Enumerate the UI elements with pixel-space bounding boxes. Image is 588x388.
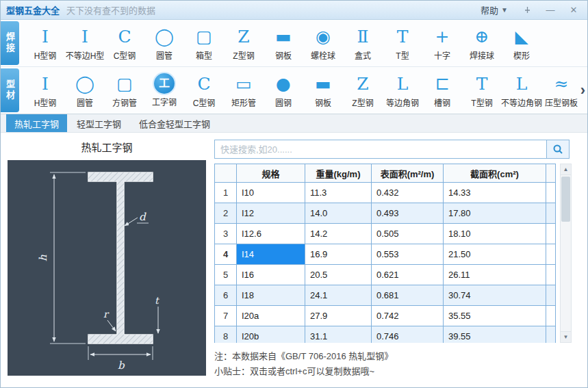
scroll-up-arrow[interactable]: ▲	[561, 164, 571, 175]
equal-angle-icon: L	[392, 73, 413, 94]
toolbar-item-label: 圆钢	[275, 96, 292, 108]
toolbar-item-t-steel[interactable]: TT型钢	[462, 67, 502, 114]
toolbar-item-bolt-ball[interactable]: ◉螺栓球	[303, 20, 343, 66]
table-row[interactable]: 8I20b31.10.74639.55	[215, 326, 556, 344]
cell-weight[interactable]: 11.3	[305, 183, 372, 203]
cell-section-area[interactable]: 39.55	[444, 326, 546, 344]
cell-weight[interactable]: 14.0	[305, 203, 372, 224]
toolbar-item-t-section[interactable]: TT型	[383, 20, 422, 66]
welding-ball-icon: ⊕	[471, 25, 493, 47]
toolbar-item-round-bar[interactable]: ●圆钢	[264, 67, 303, 114]
toolbar-item-i-beam[interactable]: 工工字钢	[144, 67, 184, 114]
tab-low-alloy-light-ibeam[interactable]: 低合金轻型工字钢	[131, 114, 218, 132]
toolbar-item-label: 不等边角钢	[501, 96, 542, 108]
toolbar-item-h-beam[interactable]: IH型钢	[25, 20, 65, 66]
toolbar-item-box-section[interactable]: ▢箱型	[184, 20, 224, 66]
toolbar-item-label: C型钢	[193, 96, 216, 108]
toolbar-item-label: H型钢	[34, 96, 57, 108]
cell-weight[interactable]: 16.9	[305, 244, 372, 265]
toolbar-item-unequal-h-beam[interactable]: I不等边H型	[65, 20, 105, 66]
cell-surface-area[interactable]: 0.493	[372, 203, 444, 224]
toolbar-item-round-pipe[interactable]: ◯圆管	[144, 20, 184, 66]
toolbar-item-box-type[interactable]: Ⅱ盒式	[343, 20, 383, 66]
table-row[interactable]: 7I20a27.90.74235.55	[215, 306, 556, 326]
group-tab-profile[interactable]: 型材	[1, 68, 19, 112]
cell-section-area[interactable]: 14.33	[444, 183, 546, 203]
cell-weight[interactable]: 20.5	[305, 265, 372, 285]
table-header-row: 规格 重量(kg/m) 表面积(m²/m) 截面积(cm²)	[215, 164, 556, 183]
toolbar-item-label: H型钢	[34, 49, 57, 61]
cell-rownum: 7	[215, 306, 237, 326]
tab-hot-rolled-ibeam[interactable]: 热轧工字钢	[6, 114, 67, 132]
search-button[interactable]	[547, 140, 570, 159]
group-tab-welding-label: 焊接	[3, 32, 16, 54]
scrollbar-thumb[interactable]	[561, 177, 570, 222]
toolbar-item-z-steel[interactable]: ZZ型钢	[343, 67, 383, 114]
cell-spec[interactable]: I16	[237, 265, 305, 285]
toolbar-item-steel-plate[interactable]: ▬钢板	[303, 67, 343, 114]
toolbar-item-c-steel[interactable]: CC型钢	[184, 67, 224, 114]
toolbar-item-square-pipe[interactable]: ▢方钢管	[105, 67, 144, 114]
toolbar-item-cross-section[interactable]: +十字	[422, 20, 462, 66]
cell-weight[interactable]: 27.9	[305, 306, 372, 326]
table-row[interactable]: 4I1416.90.55321.50	[215, 244, 556, 265]
table-row[interactable]: 6I1824.10.68130.74	[215, 285, 556, 306]
toolbar-item-h-beam[interactable]: IH型钢	[25, 67, 65, 114]
cell-section-area[interactable]: 18.10	[444, 224, 546, 244]
cell-surface-area[interactable]: 0.621	[372, 265, 444, 285]
toolbar-item-rect-pipe[interactable]: ▭矩形管	[224, 67, 264, 114]
tab-light-ibeam[interactable]: 轻型工字钢	[68, 114, 129, 132]
cell-surface-area[interactable]: 0.553	[372, 244, 444, 265]
cell-spec[interactable]: I14	[237, 244, 305, 265]
cell-spec[interactable]: I18	[237, 285, 305, 306]
cell-spec[interactable]: I20a	[237, 306, 305, 326]
cell-section-area[interactable]: 17.80	[444, 203, 546, 224]
cell-section-area[interactable]: 30.74	[444, 285, 546, 306]
toolbar-item-welding-ball[interactable]: ⊕焊接球	[462, 20, 502, 66]
cell-spec[interactable]: I20b	[237, 326, 305, 344]
scroll-down-arrow[interactable]: ▼	[561, 331, 571, 342]
pin-button[interactable]	[519, 3, 535, 17]
cell-section-area[interactable]: 21.50	[444, 244, 546, 265]
cell-surface-area[interactable]: 0.742	[372, 306, 444, 326]
toolbar-item-round-pipe[interactable]: ◯圆管	[65, 67, 105, 114]
cell-surface-area[interactable]: 0.432	[372, 183, 444, 203]
app-title: 型钢五金大全	[6, 3, 60, 16]
more-chevron-icon[interactable]: ›	[580, 83, 585, 98]
toolbar: 焊接 IH型钢I不等边H型CC型钢◯圆管▢箱型ZZ型钢▬钢板◉螺栓球Ⅱ盒式TT型…	[1, 20, 587, 114]
toolbar-item-wedge[interactable]: ◣楔形	[502, 20, 541, 66]
search-input[interactable]	[214, 140, 547, 159]
cell-spec[interactable]: I12	[237, 203, 305, 224]
table-row[interactable]: 1I1011.30.43214.33	[215, 183, 556, 203]
cell-weight[interactable]: 31.1	[305, 326, 372, 344]
left-panel: 热轧工字钢	[8, 140, 206, 379]
cell-surface-area[interactable]: 0.746	[372, 326, 444, 344]
vertical-scrollbar[interactable]: ▲ ▼	[560, 164, 572, 343]
toolbar-item-equal-angle[interactable]: L等边角钢	[383, 67, 422, 114]
cell-spec[interactable]: I12.6	[237, 224, 305, 244]
help-menu[interactable]: 帮助 ▼	[476, 3, 512, 16]
note-source: 注：本数据来自《GB/T 706-2016 热轧型钢》	[214, 349, 580, 364]
close-button[interactable]: ✕	[565, 3, 582, 17]
table-row[interactable]: 5I1620.50.62126.11	[215, 265, 556, 285]
cell-section-area[interactable]: 35.55	[444, 306, 546, 326]
toolbar-item-channel[interactable]: ⊏槽钢	[422, 67, 462, 114]
cell-rownum: 5	[215, 265, 237, 285]
table-row[interactable]: 2I1214.00.49317.80	[215, 203, 556, 224]
round-bar-icon: ●	[272, 73, 294, 94]
group-tab-welding[interactable]: 焊接	[1, 21, 19, 65]
minimize-button[interactable]: —	[542, 3, 559, 17]
toolbar-item-profiled-sheet[interactable]: ≈压型钢板	[541, 67, 581, 114]
table-row[interactable]: 3I12.614.20.50518.10	[215, 224, 556, 244]
cell-weight[interactable]: 24.1	[305, 285, 372, 306]
cell-surface-area[interactable]: 0.505	[372, 224, 444, 244]
cell-weight[interactable]: 14.2	[305, 224, 372, 244]
toolbar-item-steel-plate[interactable]: ▬钢板	[264, 20, 303, 66]
header-filler	[546, 164, 556, 183]
cell-spec[interactable]: I10	[237, 183, 305, 203]
cell-surface-area[interactable]: 0.681	[372, 285, 444, 306]
cell-section-area[interactable]: 26.11	[444, 265, 546, 285]
toolbar-item-c-steel[interactable]: CC型钢	[105, 20, 144, 66]
toolbar-item-z-steel[interactable]: ZZ型钢	[224, 20, 264, 66]
toolbar-item-unequal-angle[interactable]: L不等边角钢	[502, 67, 541, 114]
